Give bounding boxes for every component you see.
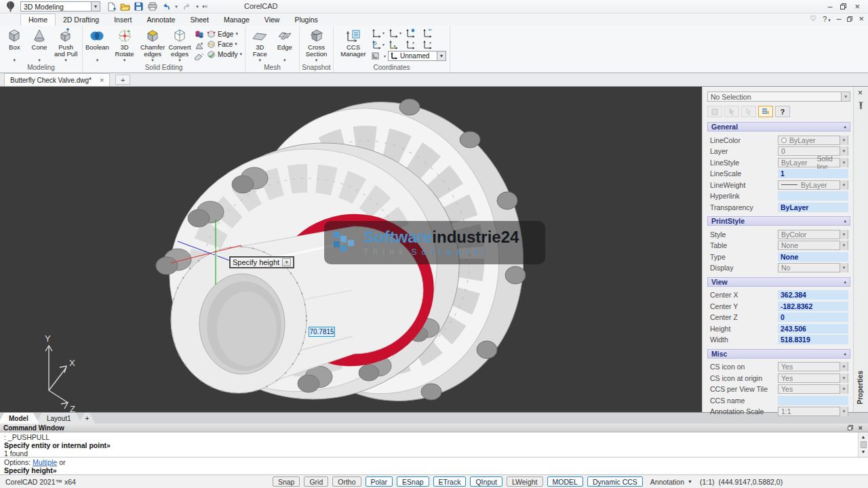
edge-small-button[interactable]: Edge ▾ xyxy=(207,30,242,38)
toggle-etrack[interactable]: ETrack xyxy=(433,476,467,487)
dropdown-icon[interactable]: ▾ xyxy=(239,52,242,57)
dropdown-icon[interactable]: ▾ xyxy=(38,58,41,62)
select-entities-button[interactable] xyxy=(707,106,722,117)
ccs-named-icon[interactable] xyxy=(372,52,382,60)
undo-icon[interactable] xyxy=(160,1,172,12)
customize-icon[interactable]: ▾≡ xyxy=(202,4,208,9)
command-scrollbar[interactable]: ▲ ▼ xyxy=(858,432,868,457)
toggle-polar[interactable]: Polar xyxy=(366,476,393,487)
doc-restore-icon[interactable] xyxy=(847,16,852,22)
cross-section-button[interactable]: Cross Section ▾ xyxy=(302,27,330,62)
help-icon[interactable]: ? ▾ xyxy=(823,15,831,23)
tab-model[interactable]: Model xyxy=(0,413,39,424)
tab-manage[interactable]: Manage xyxy=(216,14,257,26)
boolean-button[interactable]: Boolean ▾ xyxy=(85,27,109,62)
selection-combo[interactable]: No Selection ▼ xyxy=(707,92,850,102)
annotation-dropdown[interactable]: Annotation ▼ xyxy=(647,478,696,486)
cs-icon-on-dropdown[interactable]: Yes▼ xyxy=(778,362,848,371)
transparency-input[interactable]: ByLayer xyxy=(778,203,848,212)
ccs-rotate-icon[interactable]: z xyxy=(422,39,439,50)
section-printstyle[interactable]: PrintStyle▴ xyxy=(707,216,850,226)
modify-small-button[interactable]: Modify ▾ xyxy=(207,50,242,58)
lineweight-dropdown[interactable]: ByLayer▼ xyxy=(778,180,848,190)
table-dropdown[interactable]: None▼ xyxy=(778,241,848,250)
favorite-heart-icon[interactable]: ♡ xyxy=(810,14,816,23)
style-dropdown[interactable]: ByColor▼ xyxy=(778,230,848,239)
dropdown-icon[interactable]: ▾ xyxy=(64,58,67,62)
tab-sheet[interactable]: Sheet xyxy=(182,14,216,26)
ccs-zaxis-icon[interactable]: z xyxy=(406,39,422,50)
panel-close-icon[interactable]: × xyxy=(858,88,863,98)
ccs-back-icon[interactable] xyxy=(422,27,439,39)
ccs-origin-icon[interactable]: ▾ xyxy=(372,39,389,50)
face-small-button[interactable]: Face ▾ xyxy=(207,40,242,48)
close-icon[interactable]: × xyxy=(854,3,860,11)
toggle-qinput[interactable]: QInput xyxy=(470,476,502,487)
section-misc[interactable]: Misc▴ xyxy=(707,349,850,359)
linescale-input[interactable]: 1 xyxy=(778,169,848,178)
toggle-ortho[interactable]: Ortho xyxy=(332,476,361,487)
annotation-scale-dropdown[interactable]: 1:1▼ xyxy=(778,407,848,416)
tab-annotate[interactable]: Annotate xyxy=(139,14,182,26)
select-remove-button[interactable] xyxy=(741,106,756,117)
center-x-input[interactable]: 362.384 xyxy=(778,290,848,300)
mesh-edge-button[interactable]: Edge ▾ xyxy=(273,27,297,62)
quick-select-button[interactable] xyxy=(758,106,773,117)
options-multiple-link[interactable]: Multiple xyxy=(33,458,57,466)
ccs-previous-icon[interactable]: ▾ xyxy=(389,27,406,39)
command-window-titlebar[interactable]: Command Window × xyxy=(0,424,868,432)
push-and-pull-button[interactable]: Push and Pull ▾ xyxy=(52,27,79,62)
tab-plugins[interactable]: Plugins xyxy=(287,14,325,26)
toggle-snap[interactable]: Snap xyxy=(273,476,300,487)
section-general[interactable]: General▴ xyxy=(707,122,850,131)
display-dropdown[interactable]: No▼ xyxy=(778,263,848,272)
cw-restore-icon[interactable] xyxy=(848,425,853,430)
dropdown-icon[interactable]: ▾ xyxy=(315,58,318,62)
extract-solids-icon[interactable] xyxy=(195,30,204,39)
scroll-down-icon[interactable]: ▼ xyxy=(861,448,866,456)
ccs-manager-button[interactable]: CCS Manager xyxy=(336,27,370,58)
center-z-input[interactable]: 0 xyxy=(778,312,848,322)
dropdown-icon[interactable]: ▾ xyxy=(384,54,386,58)
minimize-icon[interactable]: – xyxy=(828,3,833,10)
dropdown-icon[interactable]: ▾ xyxy=(178,58,181,62)
dropdown-icon[interactable]: ▾ xyxy=(235,31,238,37)
width-input[interactable]: 518.8319 xyxy=(778,335,848,344)
scroll-thumb[interactable] xyxy=(861,441,867,448)
cs-icon-origin-dropdown[interactable]: Yes▼ xyxy=(778,373,848,383)
panel-pin-icon[interactable] xyxy=(858,102,864,110)
doc-minimize-icon[interactable]: – xyxy=(837,16,842,22)
dropdown-icon[interactable]: ▾ xyxy=(123,58,126,62)
type-input[interactable]: None xyxy=(778,252,848,262)
command-history[interactable]: : _PUSHPULL Specify entity or internal p… xyxy=(0,432,868,458)
hyperlink-input[interactable] xyxy=(778,191,848,201)
toggle-esnap[interactable]: ESnap xyxy=(397,476,429,487)
eraser-icon[interactable] xyxy=(194,53,204,60)
tab-view[interactable]: View xyxy=(257,14,288,26)
dropdown-icon[interactable]: ▾ xyxy=(14,58,16,62)
new-tab-button[interactable]: + xyxy=(115,75,130,85)
ccs-name-combo[interactable]: Unnamed ▼ xyxy=(388,51,446,61)
new-document-icon[interactable] xyxy=(106,1,117,12)
ccs-world-icon[interactable]: ▾ xyxy=(372,27,389,39)
tab-2d-drafting[interactable]: 2D Drafting xyxy=(56,14,106,26)
open-icon[interactable] xyxy=(119,1,131,12)
toggle-model[interactable]: MODEL xyxy=(547,476,583,487)
select-add-button[interactable] xyxy=(724,106,739,117)
height-input[interactable]: 243.506 xyxy=(778,324,848,333)
document-tab[interactable]: Butterfly Check Valve.dwg* × xyxy=(4,73,110,86)
undo-dropdown-icon[interactable]: ▾ xyxy=(174,4,179,9)
cone-button[interactable]: Cone ▾ xyxy=(28,27,52,62)
redo-dropdown-icon[interactable]: ▾ xyxy=(195,4,200,9)
convert-edges-button[interactable]: Convert edges ▾ xyxy=(167,27,193,62)
ccs-name-input[interactable] xyxy=(778,396,848,405)
dynamic-height-input[interactable]: 70.7815 xyxy=(309,327,335,337)
ccs-per-view-dropdown[interactable]: Yes▼ xyxy=(778,384,848,394)
dropdown-icon[interactable]: ▾ xyxy=(151,58,154,62)
ccs-dynamic-icon[interactable] xyxy=(406,27,422,39)
dropdown-icon[interactable]: ▾ xyxy=(96,58,99,62)
restore-icon[interactable] xyxy=(840,3,846,9)
drawing-viewport[interactable]: Y X Z Softwareindustrie24 T h i n kS o f… xyxy=(0,87,702,412)
linecolor-dropdown[interactable]: ByLayer▼ xyxy=(778,136,848,145)
tooltip-options-icon[interactable]: ▼ xyxy=(282,258,291,266)
